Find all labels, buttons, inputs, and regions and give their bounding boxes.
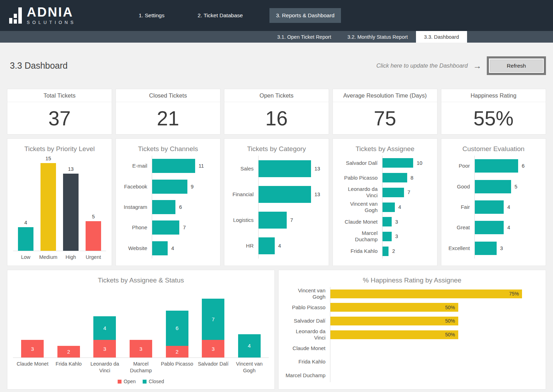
brand-subtitle: SOLUTIONS — [27, 20, 76, 25]
bar-row: Phone7 — [122, 217, 215, 238]
bar: 50% — [330, 330, 458, 339]
bar — [475, 242, 497, 255]
bar-chart: Salvador Dalí10Pablo Picasso8Leonardo da… — [338, 156, 431, 261]
chart-title: Tickets by Assignee & Status — [13, 276, 269, 284]
category-label: Facebook — [122, 183, 152, 190]
bar-row: Salvador Dalí10 — [338, 156, 431, 170]
stacked-bar: 3 — [21, 340, 44, 357]
category-label: Salvador Dalí — [338, 160, 382, 166]
bar-track: 6 — [152, 197, 215, 217]
legend-swatch — [143, 380, 147, 384]
bar-chart-logo-icon — [9, 7, 22, 24]
bar-track: 11 — [152, 156, 215, 176]
value-label: 50% — [445, 318, 458, 324]
category-label: Financial — [230, 191, 258, 198]
bar-chart: E-mail11Facebook9Instagram6Phone7Website… — [122, 156, 215, 261]
subnav-tab-dashboard[interactable]: 3.3. Dashboard — [416, 31, 467, 43]
bar-track: 50% — [330, 328, 540, 342]
kpi-value: 55% — [441, 102, 546, 134]
bar-track: 4 — [382, 200, 431, 214]
stacked-bar: 4 — [238, 334, 261, 358]
bar-segment-open: 2 — [166, 346, 188, 357]
bar-row: Poor6 — [447, 156, 540, 176]
category-label: Claude Monet — [14, 361, 51, 374]
chart-card-channels: Tickets by Channels E-mail11Facebook9Ins… — [116, 138, 220, 266]
customer-evaluation-chart: Poor6Good5Fair4Great4Excellent3 — [447, 156, 540, 261]
happiness-by-assignee-chart: Vincent van Gogh75%Pablo Picasso50%Salva… — [284, 287, 540, 384]
bar-column: 4 — [231, 287, 267, 357]
bottom-charts-row: Tickets by Assignee & Status 3243362734C… — [7, 270, 546, 390]
value-label: 4 — [398, 204, 401, 210]
bar: 75% — [330, 290, 522, 298]
nav-tab-ticket-database[interactable]: 2. Ticket Database — [191, 8, 249, 23]
category-label: Salvador Dalí — [284, 318, 330, 324]
category-label: Fair — [447, 204, 474, 210]
chart-card-assignee-status: Tickets by Assignee & Status 3243362734C… — [7, 270, 275, 390]
bar-column: 43 — [87, 287, 123, 357]
column-chart: 3243362734Claude MonetFrida KahloLeonard… — [13, 287, 269, 384]
kpi-value: 37 — [7, 102, 112, 134]
category-label: Leonardo da Vinci — [87, 361, 123, 374]
category-label: Vincent van Gogh — [338, 201, 382, 213]
bar-column: 5 — [82, 156, 105, 251]
bar — [86, 221, 101, 251]
assignee-status-chart: 3243362734Claude MonetFrida KahloLeonard… — [13, 287, 269, 384]
bar-row: HR4 — [230, 233, 323, 259]
nav-tab-settings[interactable]: 1. Settings — [132, 8, 171, 23]
value-label: 7 — [183, 225, 186, 230]
subnav-tab-monthly-status-report[interactable]: 3.2. Monthly Status Report — [339, 31, 416, 43]
bar — [152, 241, 168, 255]
category-label: Excellent — [447, 245, 474, 251]
value-label: 4 — [278, 243, 281, 249]
secondary-nav: 3.1. Open Ticket Report 3.2. Monthly Sta… — [0, 31, 553, 43]
value-label: 8 — [411, 175, 414, 181]
bar — [152, 180, 187, 194]
value-label: 13 — [68, 166, 74, 172]
bar-row: Frida Kahlo2 — [338, 244, 431, 259]
bar-track: 8 — [382, 170, 431, 185]
bar-track: 75% — [330, 287, 540, 301]
bar-track: 2 — [382, 244, 431, 259]
bar-segment-closed: 6 — [166, 311, 188, 346]
bar-track: 5 — [474, 176, 540, 197]
value-label: 13 — [315, 166, 320, 172]
chart-card-assignee: Tickets by Assignee Salvador Dalí10Pablo… — [333, 138, 437, 266]
bar-row: Sales13 — [230, 156, 323, 181]
bar-track: 3 — [474, 238, 540, 259]
legend-label: Closed — [149, 379, 164, 384]
bar-chart: Poor6Good5Fair4Great4Excellent3 — [447, 156, 540, 261]
value-label: 5 — [515, 184, 517, 189]
category-label: E-mail — [122, 163, 152, 169]
bar — [18, 227, 33, 251]
kpi-title: Closed Tickets — [116, 89, 220, 102]
value-label: 9 — [191, 184, 194, 189]
bar-track: 3 — [382, 214, 431, 229]
kpi-title: Happiness Rating — [441, 89, 546, 102]
subnav-tab-open-ticket-report[interactable]: 3.1. Open Ticket Report — [269, 31, 339, 43]
nav-tab-reports-dashboard[interactable]: 3. Reports & Dashboard — [269, 8, 341, 23]
bar-row: Leonardo da Vinci50% — [284, 328, 540, 342]
value-label: 5 — [92, 214, 95, 219]
chart-title: Customer Evaluation — [447, 145, 540, 153]
bar-row: Fair4 — [447, 197, 540, 217]
refresh-group: Click here to update the Dashboard → Ref… — [376, 56, 546, 75]
category-label: Salvador Dalí — [195, 361, 231, 374]
top-bar: ADNIA SOLUTIONS 1. Settings 2. Ticket Da… — [0, 0, 553, 31]
category-label: Leonardo da Vinci — [338, 186, 382, 199]
bar-row: Website4 — [122, 238, 215, 259]
category-label: Website — [122, 245, 152, 251]
page-title: 3.3 Dashboard — [10, 61, 68, 71]
category-label: Marcel Duchamp — [338, 230, 382, 243]
bar — [383, 173, 407, 182]
chart-title: % Happiness Rating by Assignee — [284, 276, 540, 284]
chart-title: Tickets by Channels — [122, 145, 215, 153]
value-label: 15 — [45, 156, 51, 161]
bar — [475, 180, 511, 193]
bar-track: 7 — [152, 217, 215, 238]
arrow-right-icon: → — [473, 62, 481, 70]
bar-track: 7 — [258, 207, 323, 233]
kpi-card-closed-tickets: Closed Tickets 21 — [116, 89, 220, 135]
bar — [63, 174, 79, 251]
refresh-button[interactable]: Refresh — [487, 56, 546, 75]
bar-row: Vincent van Gogh75% — [284, 287, 540, 301]
